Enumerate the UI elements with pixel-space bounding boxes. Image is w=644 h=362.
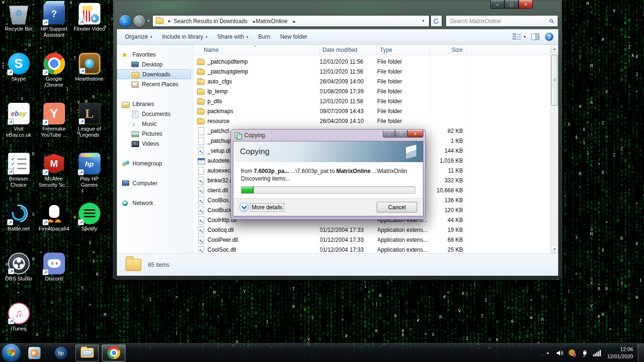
desktop-icon[interactable]: ▶ Flixster Video xyxy=(72,2,107,52)
window-caption-buttons: – □ × xyxy=(490,0,533,9)
desktop-icon[interactable]: Battle.net xyxy=(1,202,36,252)
copy-page-icon xyxy=(406,145,416,159)
dialog-close-button[interactable]: × xyxy=(407,130,423,138)
search-box[interactable]: Search MatrixOnline ⚲ xyxy=(446,15,558,27)
scroll-down-icon[interactable]: ▼ xyxy=(551,245,558,253)
file-type-icon xyxy=(197,109,205,115)
toolbar-item[interactable]: Organize xyxy=(121,31,157,42)
preview-pane-icon[interactable] xyxy=(531,33,539,40)
sidebar-item[interactable]: Videos xyxy=(117,139,193,148)
address-dropdown-icon[interactable]: ▼ xyxy=(420,19,427,23)
column-header-size[interactable]: Size xyxy=(430,45,467,55)
maximize-button[interactable]: □ xyxy=(504,0,519,9)
file-size: 120 KB xyxy=(430,207,467,214)
network-error-icon[interactable] xyxy=(568,349,577,357)
sidebar-item[interactable]: Downloads xyxy=(117,69,191,79)
desktop-icon[interactable]: FireAlpaca64 xyxy=(36,202,72,252)
dialog-title-bar[interactable]: Copying – □ × xyxy=(233,130,423,141)
desktop-icon[interactable]: L League of Legends xyxy=(72,102,107,152)
column-header-type[interactable]: Type xyxy=(377,45,430,55)
desktop-icon[interactable]: M McAfee Security Sc... xyxy=(36,152,72,202)
sort-ascending-icon: ▲ xyxy=(254,45,256,47)
sidebar-item[interactable]: Music xyxy=(117,119,193,129)
taskbar-clock[interactable]: 12:06 12/01/2020 xyxy=(607,346,633,360)
view-dropdown-icon[interactable]: ▼ xyxy=(523,35,527,39)
sidebar-item[interactable]: Favorites xyxy=(117,49,193,59)
file-row[interactable]: CoolPeer.dll 01/12/2004 17:33 Applicatio… xyxy=(193,235,550,245)
desktop-icon[interactable]: S Skype xyxy=(1,52,36,102)
desktop-icon[interactable]: ebay Visit eBay.co.uk xyxy=(1,102,36,152)
minimize-button[interactable]: – xyxy=(490,0,504,9)
taskbar-item-chrome[interactable] xyxy=(102,345,125,362)
more-details-toggle[interactable]: More details xyxy=(250,203,284,212)
more-details-chevron-icon[interactable] xyxy=(239,202,249,212)
file-row[interactable]: auto_cfgs 26/04/2009 14:00 File folder xyxy=(193,76,550,86)
desktop-icon[interactable]: Hearthstone xyxy=(72,52,107,102)
file-type-icon xyxy=(197,89,205,95)
file-size: 1 KB xyxy=(430,138,467,144)
back-button[interactable]: ← xyxy=(119,15,131,27)
toolbar-right-icons: ▼ ? xyxy=(512,33,553,41)
desktop-icon[interactable]: Discord xyxy=(36,252,72,302)
desktop-icon[interactable]: Y Freemake YouTube ... xyxy=(36,102,72,152)
taskbar-item-media-player[interactable] xyxy=(23,345,46,362)
scroll-up-icon[interactable]: ▲ xyxy=(551,45,558,53)
file-row[interactable]: CoolIcq.dll 01/12/2004 17:33 Application… xyxy=(193,225,550,235)
scrollbar-thumb[interactable] xyxy=(551,55,558,106)
signal-bars-icon[interactable] xyxy=(593,350,601,356)
taskbar-item-hp[interactable]: hp xyxy=(49,345,73,362)
file-type: File folder xyxy=(377,68,430,75)
volume-icon[interactable] xyxy=(556,349,563,357)
file-row[interactable]: _patchuptgtemp 12/01/2020 11:56 File fol… xyxy=(193,66,550,76)
file-row[interactable]: p_dlls 12/01/2020 11:58 File folder xyxy=(193,96,550,106)
file-row[interactable]: lp_temp 01/08/2009 17:39 File folder xyxy=(193,86,550,96)
change-view-icon[interactable] xyxy=(512,33,522,41)
sidebar-item[interactable]: Computer xyxy=(117,178,193,188)
toolbar-item[interactable]: Include in library xyxy=(158,31,212,42)
sidebar-item[interactable]: Pictures xyxy=(117,129,193,139)
address-bar[interactable]: ▶ Search Results in DownloadsMatrixOnlin… xyxy=(152,15,429,27)
recent-pages-dropdown-icon[interactable]: ▼ xyxy=(147,19,150,23)
file-row[interactable]: CoolSoc.dll 01/12/2004 17:33 Application… xyxy=(193,245,550,253)
start-button[interactable] xyxy=(2,344,20,362)
show-desktop-button[interactable] xyxy=(638,344,644,362)
computer-icon xyxy=(122,180,130,187)
breadcrumb-segment[interactable]: Search Results in Downloads xyxy=(173,18,256,25)
desktop-icon[interactable]: Spotify xyxy=(72,202,107,252)
forward-button[interactable]: → xyxy=(133,15,145,27)
power-plug-icon[interactable] xyxy=(581,349,588,357)
file-row[interactable]: _patchupdltemp 12/01/2020 11:56 File fol… xyxy=(193,57,550,66)
file-type-icon xyxy=(197,226,205,234)
refresh-button[interactable] xyxy=(430,15,442,27)
column-header-date[interactable]: Date modified xyxy=(320,45,377,55)
toolbar-item[interactable]: Share with xyxy=(213,31,253,42)
sidebar-item[interactable]: Libraries xyxy=(117,99,193,109)
desktop-icon[interactable]: Google Chrome xyxy=(36,52,72,102)
cancel-button[interactable]: Cancel xyxy=(377,202,417,213)
dialog-maximize-button[interactable]: □ xyxy=(395,130,407,138)
sidebar-item[interactable]: Homegroup xyxy=(117,158,193,168)
sidebar-item[interactable]: Recent Places xyxy=(117,79,193,89)
toolbar-item[interactable]: Burn xyxy=(254,31,274,42)
column-header-name[interactable]: Name xyxy=(193,45,320,55)
freemake-icon: Y xyxy=(43,103,65,124)
desktop-icon[interactable]: ♻ Recycle Bin xyxy=(1,2,36,52)
sidebar-item[interactable]: Desktop xyxy=(117,59,193,69)
file-row[interactable]: packmaps 09/07/2009 14:43 File folder xyxy=(193,106,550,116)
taskbar-item-explorer[interactable] xyxy=(75,345,99,362)
close-button[interactable]: × xyxy=(519,0,533,9)
vertical-scrollbar[interactable]: ▲ ▼ xyxy=(550,45,558,253)
desktop-icon[interactable]: ? HP Support Assistant xyxy=(36,2,72,52)
desktop-icon[interactable]: ✓ Browser Choice xyxy=(1,152,36,202)
file-row[interactable]: resource 26/04/2009 14:10 File folder xyxy=(193,116,550,126)
show-hidden-icons[interactable]: ▲ xyxy=(542,351,553,355)
desktop-icon[interactable]: hp Play HP Games xyxy=(72,152,107,202)
sidebar-item[interactable]: Network xyxy=(117,198,193,208)
pictures-icon xyxy=(131,130,139,138)
toolbar-item[interactable]: New folder xyxy=(276,31,311,42)
breadcrumb-segment[interactable]: MatrixOnline xyxy=(256,18,296,25)
dialog-minimize-button[interactable]: – xyxy=(383,130,395,138)
desktop-icon[interactable]: OBS Studio xyxy=(1,252,36,302)
help-icon[interactable]: ? xyxy=(545,33,553,41)
sidebar-item[interactable]: Documents xyxy=(117,109,193,119)
